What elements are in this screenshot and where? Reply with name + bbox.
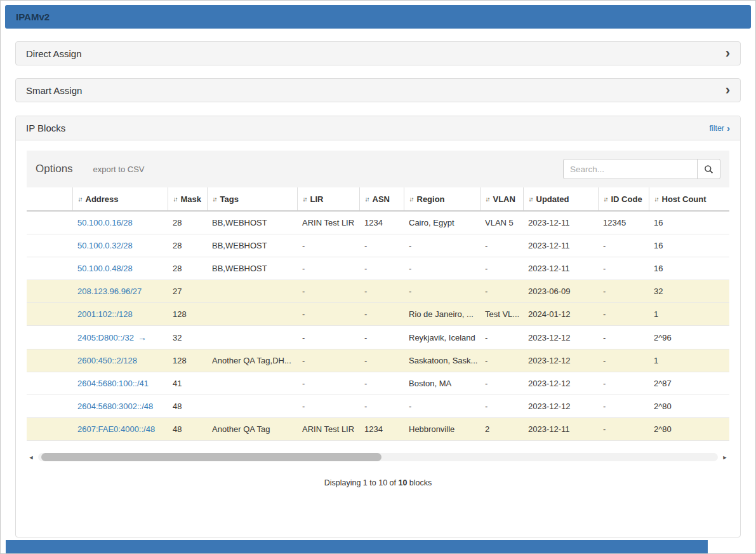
column-label: VLAN bbox=[493, 194, 515, 204]
direct-assign-title: Direct Assign bbox=[26, 48, 82, 59]
region-cell: Cairo, Egypt bbox=[404, 211, 480, 234]
vlan-cell: - bbox=[480, 280, 523, 303]
column-header[interactable]: ↓↑Host Count bbox=[649, 187, 729, 211]
column-header[interactable]: ↓↑VLAN bbox=[480, 187, 523, 211]
vlan-cell: - bbox=[480, 326, 523, 349]
scroll-left-arrow[interactable]: ◄ bbox=[27, 454, 36, 461]
address-link[interactable]: 2405:D800::/32 bbox=[77, 333, 134, 342]
asn-cell: - bbox=[359, 257, 404, 280]
column-header[interactable]: ↓↑Tags bbox=[207, 187, 297, 211]
region-cell: - bbox=[404, 395, 480, 418]
sort-icon: ↓↑ bbox=[529, 196, 533, 203]
lir-cell: - bbox=[297, 372, 359, 395]
table-body: 50.100.0.16/28 28 BB,WEBHOST ARIN Test L… bbox=[27, 211, 729, 441]
mask-cell: 48 bbox=[168, 395, 207, 418]
sort-icon: ↓↑ bbox=[213, 196, 216, 203]
updated-cell: 2023-12-12 bbox=[523, 326, 598, 349]
column-header[interactable]: ↓↑Updated bbox=[523, 187, 598, 211]
table-row: 2001:102::/128 128 - - Rio de Janeiro, .… bbox=[27, 303, 729, 326]
column-header[interactable]: ↓↑Region bbox=[404, 187, 480, 211]
search-input[interactable] bbox=[563, 159, 698, 179]
updated-cell: 2023-12-11 bbox=[523, 418, 598, 441]
filter-link[interactable]: filter › bbox=[709, 123, 730, 133]
address-cell: 50.100.0.48/28 bbox=[72, 257, 168, 280]
id-code-cell: - bbox=[598, 257, 649, 280]
column-header[interactable]: ↓↑Mask bbox=[168, 187, 207, 211]
host-count-cell: 16 bbox=[649, 211, 729, 234]
table-row: 50.100.0.16/28 28 BB,WEBHOST ARIN Test L… bbox=[27, 211, 729, 234]
table-row: 2607:FAE0:4000::/48 48 Another QA Tag AR… bbox=[27, 418, 729, 441]
sort-icon: ↓↑ bbox=[604, 196, 607, 203]
table-row: 50.100.0.32/28 28 BB,WEBHOST - - - - 202… bbox=[27, 234, 729, 257]
vlan-cell: - bbox=[480, 395, 523, 418]
row-spacer bbox=[27, 234, 72, 257]
updated-cell: 2023-12-12 bbox=[523, 349, 598, 372]
scrollbar-thumb[interactable] bbox=[41, 453, 381, 461]
search-button[interactable] bbox=[697, 159, 720, 179]
mask-cell: 41 bbox=[168, 372, 207, 395]
sort-icon: ↓↑ bbox=[409, 196, 413, 203]
table-row: 2405:D800::/32→ 32 - - Reykjavik, Icelan… bbox=[27, 326, 729, 349]
updated-cell: 2023-12-11 bbox=[523, 257, 598, 280]
id-code-cell: - bbox=[598, 349, 649, 372]
address-link[interactable]: 50.100.0.48/28 bbox=[77, 264, 133, 273]
host-count-cell: 2^96 bbox=[649, 326, 729, 349]
ip-blocks-table: ↓↑Address ↓↑Mask ↓↑Tags ↓↑LIR ↓↑ASN ↓↑Re… bbox=[27, 187, 729, 441]
mask-cell: 128 bbox=[168, 303, 207, 326]
sort-icon: ↓↑ bbox=[486, 196, 489, 203]
row-spacer bbox=[27, 326, 72, 349]
address-link[interactable]: 208.123.96.96/27 bbox=[77, 287, 142, 296]
address-link[interactable]: 2600:450::2/128 bbox=[77, 356, 137, 365]
column-label: Mask bbox=[181, 194, 202, 204]
tags-cell: BB,WEBHOST bbox=[207, 234, 297, 257]
address-cell: 2604:5680:100::/41 bbox=[72, 372, 168, 395]
vlan-cell: Test VL... bbox=[480, 303, 523, 326]
horizontal-scrollbar[interactable]: ◄ ► bbox=[27, 452, 729, 462]
table-header: ↓↑Address ↓↑Mask ↓↑Tags ↓↑LIR ↓↑ASN ↓↑Re… bbox=[27, 187, 729, 211]
tags-cell: BB,WEBHOST bbox=[207, 257, 297, 280]
mask-cell: 128 bbox=[168, 349, 207, 372]
tags-cell: Another QA Tag,DH... bbox=[207, 349, 297, 372]
direct-assign-panel[interactable]: Direct Assign › bbox=[15, 41, 741, 65]
vlan-cell: 2 bbox=[480, 418, 523, 441]
asn-cell: 1234 bbox=[359, 211, 404, 234]
address-link[interactable]: 50.100.0.16/28 bbox=[77, 218, 133, 227]
address-link[interactable]: 2001:102::/128 bbox=[77, 309, 133, 319]
asn-cell: - bbox=[359, 303, 404, 326]
address-link[interactable]: 50.100.0.32/28 bbox=[77, 241, 133, 250]
column-header[interactable]: ↓↑Address bbox=[72, 187, 168, 211]
updated-cell: 2023-12-12 bbox=[523, 372, 598, 395]
address-cell: 208.123.96.96/27 bbox=[72, 280, 168, 303]
sort-icon: ↓↑ bbox=[78, 196, 82, 203]
app-header: IPAMv2 bbox=[5, 5, 751, 29]
region-cell: Rio de Janeiro, ... bbox=[404, 303, 480, 326]
ip-blocks-header: IP Blocks filter › bbox=[16, 116, 740, 140]
id-code-cell: - bbox=[598, 395, 649, 418]
tags-cell bbox=[207, 326, 297, 349]
column-header[interactable]: ↓↑ID Code bbox=[598, 187, 649, 211]
ip-blocks-body: Options export to CSV bbox=[16, 140, 740, 537]
smart-assign-panel[interactable]: Smart Assign › bbox=[15, 78, 741, 102]
address-link[interactable]: 2604:5680:100::/41 bbox=[77, 379, 149, 388]
id-code-cell: - bbox=[598, 418, 649, 441]
address-link[interactable]: 2604:5680:3002::/48 bbox=[77, 402, 153, 411]
address-cell: 2607:FAE0:4000::/48 bbox=[72, 418, 168, 441]
address-link[interactable]: 2607:FAE0:4000::/48 bbox=[77, 424, 155, 434]
vlan-cell: - bbox=[480, 257, 523, 280]
scrollbar-track[interactable] bbox=[38, 453, 718, 461]
tags-cell bbox=[207, 303, 297, 326]
column-header[interactable]: ↓↑LIR bbox=[297, 187, 359, 211]
export-csv-link[interactable]: export to CSV bbox=[93, 165, 145, 174]
asn-cell: - bbox=[359, 395, 404, 418]
scroll-right-arrow[interactable]: ► bbox=[720, 454, 729, 461]
updated-cell: 2024-01-12 bbox=[523, 303, 598, 326]
search-icon bbox=[704, 165, 713, 174]
host-count-cell: 32 bbox=[649, 280, 729, 303]
lir-cell: - bbox=[297, 303, 359, 326]
lir-cell: - bbox=[297, 234, 359, 257]
lir-cell: ARIN Test LIR bbox=[297, 418, 359, 441]
column-header[interactable]: ↓↑ASN bbox=[359, 187, 404, 211]
column-label: Updated bbox=[536, 194, 569, 204]
row-spacer bbox=[27, 211, 72, 234]
row-spacer bbox=[27, 303, 72, 326]
